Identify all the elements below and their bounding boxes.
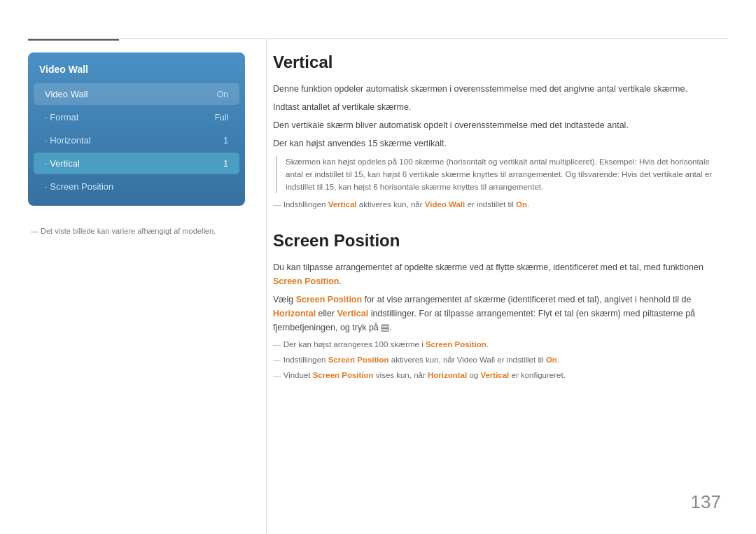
menu-item-value: On bbox=[217, 90, 228, 99]
menu-item-value: 1 bbox=[223, 159, 228, 169]
note-block-vertical: Skærmen kan højst opdeles på 100 skærme … bbox=[276, 156, 724, 193]
menu-item-label: · Screen Position bbox=[45, 181, 113, 192]
note-sp-100: Der kan højst arrangeres 100 skærme i Sc… bbox=[273, 339, 724, 351]
left-panel-note: Det viste billede kan variere afhængigt … bbox=[28, 227, 245, 235]
highlight-sp-select: Screen Position bbox=[296, 295, 362, 304]
section-title-vertical: Vertical bbox=[273, 52, 724, 72]
top-line bbox=[28, 38, 728, 39]
menu-item-value: Full bbox=[215, 113, 228, 122]
note-sp-window: Vinduet Screen Position vises kun, når H… bbox=[273, 370, 724, 382]
para-vertical-1: Denne funktion opdeler automatisk skærme… bbox=[273, 82, 724, 96]
section-screen-position: Screen Position Du kan tilpasse arrangem… bbox=[273, 231, 724, 381]
menu-item-label: Video Wall bbox=[45, 89, 88, 99]
highlight-sp-100: Screen Position bbox=[426, 340, 486, 349]
highlight-videowall: Video Wall bbox=[425, 200, 465, 209]
highlight-on: On bbox=[516, 200, 527, 209]
video-wall-menu: Video Wall Video Wall On · Format Full ·… bbox=[28, 52, 245, 206]
section-vertical: Vertical Denne funktion opdeler automati… bbox=[273, 52, 724, 211]
video-wall-title: Video Wall bbox=[28, 59, 245, 82]
highlight-vert-sp: Vertical bbox=[480, 371, 509, 379]
vertical-divider bbox=[266, 38, 267, 534]
menu-item-screen-position[interactable]: · Screen Position bbox=[34, 176, 239, 197]
menu-item-format[interactable]: · Format Full bbox=[34, 106, 239, 128]
menu-item-video-wall[interactable]: Video Wall On bbox=[34, 83, 239, 105]
highlight-vertical-sp: Vertical bbox=[337, 309, 368, 318]
menu-item-vertical[interactable]: · Vertical 1 bbox=[34, 153, 239, 174]
section-title-screen-position: Screen Position bbox=[273, 231, 724, 251]
menu-item-label: · Vertical bbox=[45, 158, 80, 169]
menu-item-value: 1 bbox=[223, 136, 228, 146]
para-vertical-4: Der kan højst anvendes 15 skærme vertika… bbox=[273, 136, 724, 150]
highlight-horizontal: Horizontal bbox=[273, 309, 316, 318]
highlight-sp-window: Screen Position bbox=[313, 371, 374, 379]
right-content: Vertical Denne funktion opdeler automati… bbox=[273, 52, 724, 385]
menu-item-horizontal[interactable]: · Horizontal 1 bbox=[34, 129, 239, 151]
para-sp-1: Du kan tilpasse arrangementet af opdelte… bbox=[273, 260, 724, 288]
highlight-horiz-sp: Horizontal bbox=[428, 371, 467, 379]
para-vertical-2: Indtast antallet af vertikale skærme. bbox=[273, 100, 724, 114]
para-sp-2: Vælg Screen Position for at vise arrange… bbox=[273, 293, 724, 335]
highlight-vertical: Vertical bbox=[328, 200, 357, 209]
highlight-on-sp: On bbox=[546, 356, 557, 364]
note-vertical-activation: Indstillingen Vertical aktiveres kun, nå… bbox=[273, 199, 724, 211]
menu-item-label: · Horizontal bbox=[45, 135, 91, 146]
menu-item-label: · Format bbox=[45, 112, 78, 122]
para-vertical-3: Den vertikale skærm bliver automatisk op… bbox=[273, 118, 724, 132]
note-sp-activation: Indstillingen Screen Position aktiveres … bbox=[273, 354, 724, 367]
left-panel: Video Wall Video Wall On · Format Full ·… bbox=[28, 52, 245, 235]
page-number: 137 bbox=[691, 491, 721, 513]
highlight-sp-1: Screen Position bbox=[273, 276, 339, 286]
highlight-sp-act: Screen Position bbox=[328, 356, 389, 364]
